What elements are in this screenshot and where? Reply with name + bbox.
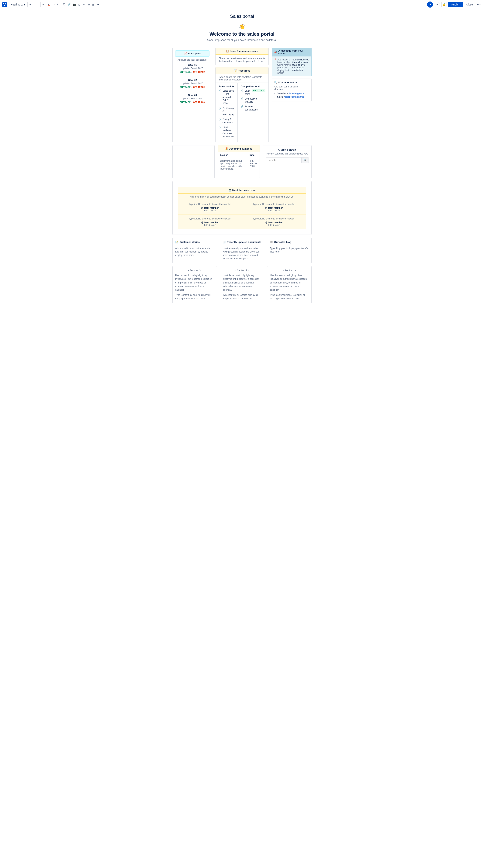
italic-button[interactable]: I — [32, 2, 35, 7]
resource-link-1: 🔗 Sales deck – Last updated Feb 11, 2020 — [219, 89, 234, 105]
app-logo — [2, 2, 7, 7]
image-button[interactable]: 📷 — [72, 2, 77, 7]
member-3-avatar: Type /profile picture to display their a… — [181, 217, 239, 220]
restrictions-button[interactable]: 🔒 — [442, 2, 447, 7]
row-2: 🎉 Upcoming launches Launch Date List inf… — [172, 145, 312, 178]
goal-2-off-track: OFF TRACK — [193, 86, 205, 88]
more-options-button[interactable]: ••• — [476, 2, 482, 7]
goals-title: Sales goals — [188, 52, 201, 55]
row-5: <Section 1> Use this section to highligh… — [172, 266, 312, 303]
resource-link-3: 🔗 Pricing & calculators — [219, 118, 234, 124]
channel-1-platform: Salesforce: — [277, 92, 288, 95]
section-1-title: <Section 1> — [175, 269, 214, 272]
table-button[interactable]: ⊞ — [87, 2, 91, 7]
right-column: 📣 A message from your leader 📍 Add leade… — [272, 48, 312, 142]
resource-7-text: Feature comparisons — [245, 105, 265, 112]
heading-label: Heading 2 — [10, 3, 23, 6]
bold-button[interactable]: B — [28, 2, 32, 7]
add-collaborator-button[interactable]: + — [435, 2, 440, 7]
meet-title: Meet the sales team — [232, 189, 255, 191]
resources-title: Resources — [238, 69, 250, 72]
member-1-title: Title & focus — [181, 209, 239, 212]
channel-2-platform: Slack: — [277, 96, 283, 98]
align-button[interactable]: ≡ — [41, 2, 45, 7]
sales-blog-header: 📰 Our sales blog — [270, 241, 309, 245]
more-format-button[interactable]: ... — [35, 2, 40, 7]
sales-blog-emoji: 📰 — [270, 241, 273, 243]
row-1: 📈 Sales goals Add a link to your dashboa… — [172, 48, 312, 142]
recent-docs-title: Recently updated documents — [227, 241, 261, 243]
launches-col1-header: Launch — [218, 152, 247, 158]
resource-2-text: Positioning & messaging — [223, 107, 234, 116]
resources-subtitle: Type // to add the date or /status to in… — [216, 74, 268, 83]
insert-plus-button[interactable]: + ▾ — [95, 2, 101, 7]
resource-1-text: Sales deck – Last updated Feb 11, 2020 — [223, 89, 234, 105]
channel-1-handle: #chattergroups — [289, 92, 304, 95]
recent-docs-emoji: 📄 — [223, 241, 226, 243]
goal-3-status: ON TRACK / OFF TRACK — [175, 101, 209, 103]
launches-emoji: 🎉 — [225, 147, 228, 150]
section-2-title: <Section 2> — [223, 269, 261, 272]
quick-search-title: Quick search — [266, 148, 309, 151]
leader-left: 📍 Add leader's headshot by typing /profi… — [274, 58, 291, 74]
channel-2-handle: #slackchannelname — [284, 96, 304, 98]
goal-3-sep: / — [192, 101, 192, 103]
welcome-section: 👋 Welcome to the sales portal A one-stop… — [172, 24, 312, 41]
meet-member-4: Type /profile picture to display their a… — [242, 215, 306, 229]
launches-row-empty — [218, 172, 260, 178]
leader-title: A message from your leader — [278, 49, 309, 55]
section-3-card: <Section 3> Use this section to highligh… — [267, 266, 312, 303]
leader-right: Speak directly to the entire sales team … — [292, 58, 310, 74]
news-title: News & announcements — [230, 50, 258, 53]
recent-docs-text: Use the recently updated macro by typing… — [223, 247, 261, 260]
channel-item-2: Slack: #slackchannelname — [277, 96, 309, 98]
col2-header: Competitor intel — [241, 85, 265, 88]
close-button[interactable]: Close — [464, 2, 474, 7]
meet-member-2: Type /profile picture to display their a… — [242, 200, 306, 215]
launches-header: 🎉 Upcoming launches — [218, 146, 260, 152]
welcome-emoji: 👋 — [172, 24, 312, 30]
member-1-name: @ team member — [181, 207, 239, 209]
resources-grid: Sales toolkits 🔗 Sales deck – Last updat… — [216, 83, 268, 142]
publish-button[interactable]: Publish — [448, 2, 463, 7]
search-input[interactable] — [266, 157, 302, 163]
customer-stories-card: 📝 Customer stories Add a label to your c… — [172, 238, 217, 263]
link-button[interactable]: 🔗 — [66, 2, 72, 7]
meet-emoji: 🖥️ — [229, 189, 232, 191]
numbered-list-button[interactable]: 1. — [56, 2, 60, 7]
section-2-text2: Type /content by label to display all th… — [223, 293, 261, 301]
user-avatar[interactable]: CK — [427, 1, 433, 7]
goal-3-date: Updated Feb 4, 2020 — [175, 97, 209, 100]
chart-button[interactable]: ▦ — [91, 2, 95, 7]
resource-5-text: Battle cards — [245, 89, 251, 96]
launches-title: Upcoming launches — [229, 147, 252, 150]
goal-item-2: Goal #2 Updated Feb 4, 2020 ON TRACK / O… — [175, 79, 209, 91]
heading-selector[interactable]: Heading 2 ▾ — [9, 2, 27, 7]
search-button[interactable]: 🔍 — [302, 157, 309, 163]
news-header: 📋 News & announcements — [216, 48, 268, 55]
emoji-button[interactable]: ☺ — [82, 2, 86, 7]
customer-stories-title: Customer stories — [179, 241, 200, 243]
link-icon-5: 🔗 — [241, 89, 244, 93]
col1-header: Sales toolkits — [219, 85, 234, 88]
link-icon-7: 🔗 — [241, 105, 244, 108]
recent-docs-card: 📄 Recently updated documents Use the rec… — [220, 238, 264, 263]
find-us-emoji: 🔍 — [274, 81, 277, 84]
goal-2-status: ON TRACK / OFF TRACK — [175, 86, 209, 88]
meet-header: 🖥️ Meet the sales team — [178, 187, 306, 193]
mention-button[interactable]: @ — [77, 2, 82, 7]
goal-3-off-track: OFF TRACK — [193, 101, 205, 103]
launches-row1-col1: List information about upcoming product … — [218, 158, 247, 172]
meet-card: 🖥️ Meet the sales team Add a summary for… — [178, 187, 306, 229]
recent-docs-header: 📄 Recently updated documents — [223, 241, 261, 245]
member-4-avatar: Type /profile picture to display their a… — [245, 217, 303, 220]
media-button[interactable]: 🖼 — [62, 2, 66, 7]
bullet-list-button[interactable]: • — [53, 2, 56, 7]
meet-member-1: Type /profile picture to display their a… — [178, 200, 242, 215]
resource-link-7: 🔗 Feature comparisons — [241, 105, 265, 112]
leader-card: 📣 A message from your leader 📍 Add leade… — [272, 48, 312, 76]
customer-stories-emoji: 📝 — [175, 241, 178, 243]
page-title: Sales portal — [172, 13, 312, 19]
text-color-button[interactable]: A — [47, 2, 51, 7]
launches-table: Launch Date List information about upcom… — [218, 152, 260, 178]
